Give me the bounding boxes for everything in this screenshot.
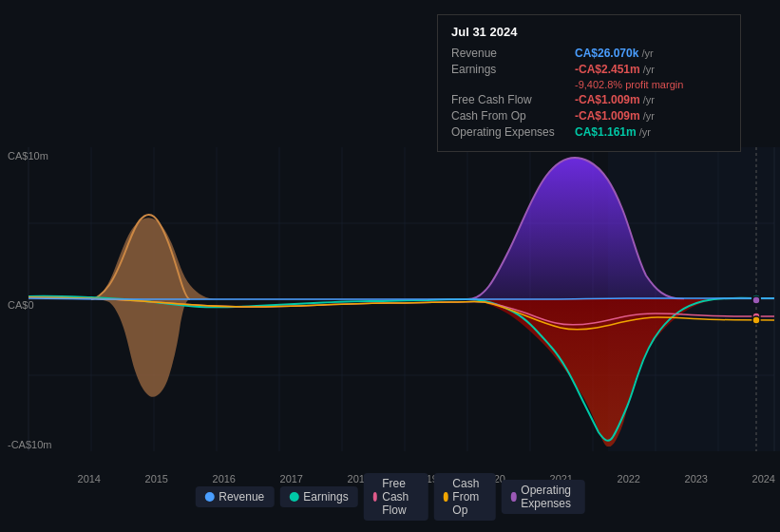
legend-cash-from-op[interactable]: Cash From Op xyxy=(434,473,496,521)
tooltip-earnings-value: -CA$2.451m xyxy=(575,63,640,76)
tooltip-date: Jul 31 2024 xyxy=(451,25,727,39)
tooltip-revenue-row: Revenue CA$26.070k /yr xyxy=(451,47,727,60)
x-label-2014: 2014 xyxy=(78,473,101,484)
tooltip-revenue-value: CA$26.070k xyxy=(575,47,638,60)
chart-legend: Revenue Earnings Free Cash Flow Cash Fro… xyxy=(195,473,585,521)
x-label-2022: 2022 xyxy=(618,473,640,484)
legend-cashfromop-label: Cash From Op xyxy=(452,477,486,517)
tooltip-opex-row: Operating Expenses CA$1.161m /yr xyxy=(451,125,727,139)
x-label-2023: 2023 xyxy=(685,473,708,484)
tooltip-cashfromop-row: Cash From Op -CA$1.009m /yr xyxy=(451,109,727,123)
tooltip-fcf-value: -CA$1.009m xyxy=(575,93,640,106)
tooltip-fcf-label: Free Cash Flow xyxy=(451,93,575,106)
tooltip-cashfromop-label: Cash From Op xyxy=(451,109,575,123)
legend-earnings[interactable]: Earnings xyxy=(279,486,357,507)
legend-opex-dot xyxy=(511,492,516,502)
tooltip-fcf-unit: /yr xyxy=(643,94,655,105)
legend-revenue[interactable]: Revenue xyxy=(195,486,274,507)
tooltip-earnings-row: Earnings -CA$2.451m /yr xyxy=(451,63,727,76)
tooltip-revenue-unit: /yr xyxy=(641,48,653,59)
legend-revenue-dot xyxy=(204,492,214,502)
tooltip-revenue-label: Revenue xyxy=(451,47,575,60)
data-tooltip: Jul 31 2024 Revenue CA$26.070k /yr Earni… xyxy=(437,14,741,152)
x-label-2024: 2024 xyxy=(752,473,775,484)
tooltip-fcf-row: Free Cash Flow -CA$1.009m /yr xyxy=(451,93,727,106)
tooltip-earnings-label: Earnings xyxy=(451,63,575,76)
svg-point-22 xyxy=(752,316,760,324)
tooltip-cashfromop-value: -CA$1.009m xyxy=(575,109,640,123)
legend-fcf-label: Free Cash Flow xyxy=(382,477,419,517)
tooltip-opex-value: CA$1.161m xyxy=(575,125,637,139)
svg-point-23 xyxy=(752,296,760,304)
tooltip-cashfromop-unit: /yr xyxy=(643,110,655,122)
legend-cashfromop-dot xyxy=(444,492,448,502)
legend-revenue-label: Revenue xyxy=(219,490,264,504)
tooltip-earnings-unit: /yr xyxy=(643,64,655,75)
legend-earnings-dot xyxy=(289,492,298,502)
legend-opex-label: Operating Expenses xyxy=(521,484,575,510)
tooltip-profit-margin: -9,402.8% profit margin xyxy=(575,79,727,90)
legend-earnings-label: Earnings xyxy=(303,490,348,504)
x-label-2015: 2015 xyxy=(145,473,168,484)
legend-free-cash-flow[interactable]: Free Cash Flow xyxy=(364,473,428,521)
tooltip-opex-unit: /yr xyxy=(639,126,651,138)
legend-fcf-dot xyxy=(373,492,378,502)
tooltip-opex-label: Operating Expenses xyxy=(451,125,575,139)
legend-operating-expenses[interactable]: Operating Expenses xyxy=(502,480,585,514)
